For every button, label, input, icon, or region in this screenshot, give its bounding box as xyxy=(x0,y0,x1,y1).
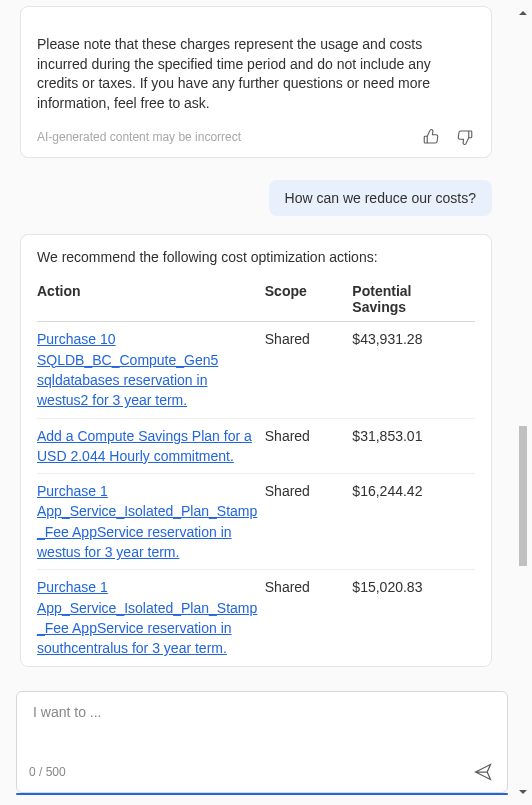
vertical-scrollbar[interactable] xyxy=(516,6,530,799)
table-row: Add a Compute Savings Plan for a USD 2.0… xyxy=(37,418,475,474)
thumbs-down-icon[interactable] xyxy=(455,127,475,147)
action-link[interactable]: Purchase 10 SQLDB_BC_Compute_Gen5 sqldat… xyxy=(37,331,218,408)
thumbs-up-icon[interactable] xyxy=(421,127,441,147)
scope-cell: Shared xyxy=(265,570,353,666)
chat-input-footer: 0 / 500 xyxy=(29,760,495,784)
scrollbar-thumb[interactable] xyxy=(519,426,527,566)
action-link[interactable]: Purchase 1 App_Service_Isolated_Plan_Sta… xyxy=(37,483,257,560)
chat-scroll-region: Please note that these charges represent… xyxy=(0,0,512,685)
recommendations-card: We recommend the following cost optimiza… xyxy=(20,234,492,666)
action-link[interactable]: Purchase 1 App_Service_Isolated_Plan_Sta… xyxy=(37,579,257,656)
ai-disclaimer-label: AI-generated content may be incorrect xyxy=(37,130,241,144)
scroll-up-arrow-icon[interactable] xyxy=(516,6,530,20)
chat-panel: Please note that these charges represent… xyxy=(0,0,532,805)
savings-cell: $43,931.28 xyxy=(352,322,475,418)
user-message-row: How can we reduce our costs? xyxy=(20,180,492,216)
ai-note-paragraph: Please note that these charges represent… xyxy=(37,35,475,113)
action-link[interactable]: Add a Compute Savings Plan for a USD 2.0… xyxy=(37,428,252,464)
column-header-action: Action xyxy=(37,279,265,322)
table-row: Purchase 10 SQLDB_BC_Compute_Gen5 sqldat… xyxy=(37,322,475,418)
column-header-scope: Scope xyxy=(265,279,353,322)
table-row: Purchase 1 App_Service_Isolated_Plan_Sta… xyxy=(37,570,475,666)
table-row: Purchase 1 App_Service_Isolated_Plan_Sta… xyxy=(37,474,475,570)
recommendations-tbody: Purchase 10 SQLDB_BC_Compute_Gen5 sqldat… xyxy=(37,322,475,666)
input-focus-underline xyxy=(16,793,508,795)
scope-cell: Shared xyxy=(265,322,353,418)
scope-cell: Shared xyxy=(265,474,353,570)
recommendations-intro: We recommend the following cost optimiza… xyxy=(37,249,475,265)
chat-input-placeholder[interactable]: I want to ... xyxy=(29,702,495,722)
char-counter: 0 / 500 xyxy=(29,765,66,779)
scope-cell: Shared xyxy=(265,418,353,474)
savings-cell: $16,244.42 xyxy=(352,474,475,570)
ai-message-card: Please note that these charges represent… xyxy=(20,6,492,158)
feedback-icon-group xyxy=(421,127,475,147)
savings-cell: $15,020.83 xyxy=(352,570,475,666)
user-message-bubble: How can we reduce our costs? xyxy=(269,180,492,216)
chat-input-box[interactable]: I want to ... 0 / 500 xyxy=(16,691,508,793)
send-icon[interactable] xyxy=(471,760,495,784)
ai-message-footer: AI-generated content may be incorrect xyxy=(37,127,475,147)
column-header-savings: Potential Savings xyxy=(352,279,475,322)
recommendations-table: Action Scope Potential Savings Purchase … xyxy=(37,279,475,665)
scroll-down-arrow-icon[interactable] xyxy=(516,785,530,799)
savings-cell: $31,853.01 xyxy=(352,418,475,474)
